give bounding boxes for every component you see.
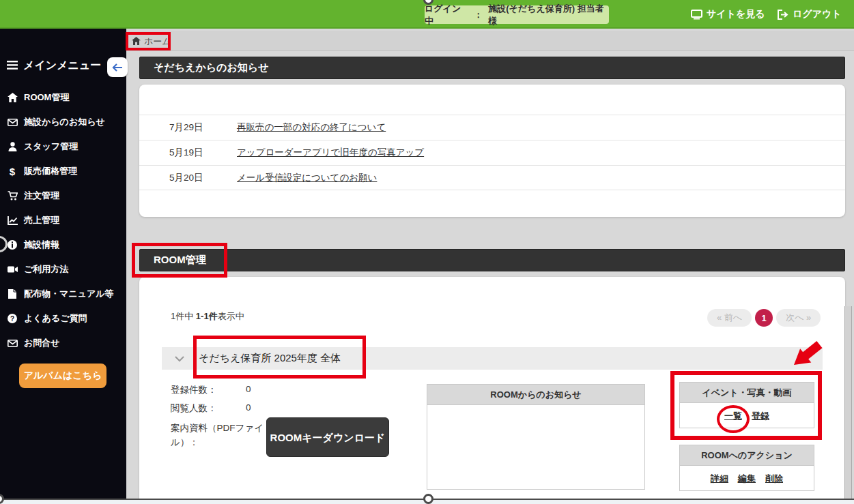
sidebar-item-haifubutsu-manual[interactable]: 配布物・マニュアル等 — [0, 282, 126, 306]
breadcrumb-home-label: ホーム — [144, 35, 171, 48]
home-icon — [132, 37, 141, 47]
room-notice-box-title: ROOMからのお知らせ — [427, 385, 644, 405]
result-count: 1件中 1-1件表示中 — [171, 310, 244, 323]
logout-button[interactable]: ログアウト — [777, 0, 842, 29]
mail-icon — [7, 119, 18, 126]
person-icon — [7, 142, 18, 151]
news-link[interactable]: メール受信設定についてのお願い — [237, 172, 377, 184]
sidebar-item-label: 注文管理 — [24, 190, 59, 202]
news-list: 7月29日 再販売の一部の対応の終了について 5月19日 アップローダーアプリで… — [139, 115, 845, 190]
room-detail-link[interactable]: 詳細 — [711, 473, 728, 485]
pagination-next-button[interactable]: 次へ » — [776, 309, 821, 327]
event-photo-video-box: イベント・写真・動画 一覧 登録 — [679, 382, 814, 428]
action-box-links: 詳細 編集 削除 — [680, 466, 814, 491]
sidebar-menu: ROOM管理 施設からのお知らせ スタッフ管理 $ 販売価格管理 注文管理 売上… — [0, 85, 126, 355]
stat-value-registered: 0 — [246, 384, 251, 394]
album-button[interactable]: アルバムはこちら — [19, 364, 106, 388]
room-panel-title: ROOM管理 — [139, 249, 845, 271]
main-menu-title: メインメニュー — [23, 59, 101, 73]
sidebar-item-label: よくあるご質問 — [24, 312, 87, 325]
svg-text:?: ? — [10, 315, 14, 323]
logout-icon — [777, 10, 788, 20]
sidebar-item-label: 施設からのお知らせ — [24, 116, 105, 128]
event-box-title: イベント・写真・動画 — [680, 383, 814, 403]
sidebar-item-label: ご利用方法 — [24, 263, 68, 276]
event-box-links: 一覧 登録 — [680, 403, 814, 428]
sidebar-item-label: ROOM管理 — [24, 91, 69, 104]
room-accordion-header[interactable]: そだちえ保育所 2025年度 全体 — [162, 347, 823, 370]
sidebar-collapse-button[interactable] — [107, 57, 128, 77]
sidebar-item-label: お問合せ — [24, 337, 60, 349]
pagination-page-1[interactable]: 1 — [755, 309, 773, 327]
action-box-title: ROOMへのアクション — [680, 445, 814, 466]
sidebar-item-label: 販売価格管理 — [24, 165, 77, 177]
crop-handle-bottom — [423, 494, 433, 504]
news-date: 5月20日 — [169, 172, 237, 184]
event-register-link[interactable]: 登録 — [752, 410, 769, 422]
stat-label-registered: 登録件数： — [171, 384, 217, 396]
sidebar-item-shisetsu-oshirase[interactable]: 施設からのお知らせ — [0, 110, 126, 134]
news-panel-title: そだちえからのお知らせ — [139, 57, 845, 79]
pagination-prev-button[interactable]: « 前へ — [707, 309, 752, 327]
room-panel-title-label: ROOM管理 — [154, 254, 206, 267]
cart-icon — [7, 191, 18, 201]
breadcrumb-home[interactable]: ホーム — [130, 34, 177, 49]
question-icon: ? — [7, 314, 18, 323]
news-row: 7月29日 再販売の一部の対応の終了について — [139, 115, 845, 140]
sidebar-item-faq[interactable]: ? よくあるご質問 — [0, 306, 126, 331]
sidebar-item-label: スタッフ管理 — [24, 140, 78, 153]
sidebar-item-label: 配布物・マニュアル等 — [24, 288, 114, 300]
sidebar-item-shisetsu-joho[interactable]: 施設情報 — [0, 233, 126, 257]
stat-value-viewers: 0 — [246, 402, 251, 413]
sidebar-item-staff-kanri[interactable]: スタッフ管理 — [0, 134, 126, 159]
chart-icon — [7, 216, 18, 225]
vertical-scrollbar[interactable] — [844, 306, 852, 499]
sidebar-item-label: 売上管理 — [24, 214, 59, 226]
breadcrumb-bar: ホーム — [126, 31, 854, 51]
sidebar-item-hanbai-kakaku[interactable]: $ 販売価格管理 — [0, 159, 126, 183]
chevron-down-icon — [174, 355, 185, 363]
event-list-link[interactable]: 一覧 — [724, 410, 742, 422]
sidebar-item-otoiawase[interactable]: お問合せ — [0, 331, 126, 355]
pdf-file-label: 案内資料（PDFファイル）： — [171, 421, 266, 450]
room-key-download-button[interactable]: ROOMキーダウンロード — [266, 417, 389, 457]
room-action-box: ROOMへのアクション 詳細 編集 削除 — [679, 445, 814, 491]
main-menu-header: メインメニュー — [7, 59, 101, 73]
pagination: « 前へ 1 次へ » — [707, 309, 821, 327]
room-name: そだちえ保育所 2025年度 全体 — [199, 352, 341, 365]
info-icon — [7, 240, 18, 250]
mail-icon — [7, 340, 18, 347]
login-status-pill: ログイン中 ： 施設(そだちえ保育所) 担当者様 — [425, 5, 609, 24]
room-delete-link[interactable]: 削除 — [765, 473, 783, 485]
news-panel: 7月29日 再販売の一部の対応の終了について 5月19日 アップローダーアプリで… — [139, 85, 845, 217]
hamburger-icon — [7, 60, 18, 72]
room-edit-link[interactable]: 編集 — [738, 473, 756, 485]
arrow-left-icon — [112, 63, 123, 72]
sidebar-item-chumon-kanri[interactable]: 注文管理 — [0, 183, 126, 208]
view-site-label: サイトを見る — [707, 8, 765, 20]
news-date: 7月29日 — [169, 121, 237, 134]
stat-label-viewers: 閲覧人数： — [171, 402, 217, 415]
document-icon — [7, 289, 18, 299]
news-date: 5月19日 — [169, 147, 237, 159]
dollar-icon: $ — [7, 166, 18, 177]
news-panel-title-label: そだちえからのお知らせ — [154, 61, 269, 74]
sidebar-item-room-kanri[interactable]: ROOM管理 — [0, 85, 126, 110]
monitor-icon — [691, 10, 702, 20]
room-notice-box: ROOMからのお知らせ — [427, 384, 645, 490]
news-link[interactable]: アップローダーアプリで旧年度の写真アップ — [237, 147, 424, 159]
login-status-label: ログイン中 — [425, 3, 468, 27]
logout-label: ログアウト — [793, 8, 842, 20]
video-icon — [7, 266, 18, 273]
news-row: 5月19日 アップローダーアプリで旧年度の写真アップ — [139, 140, 845, 165]
login-user-name: 施設(そだちえ保育所) 担当者様 — [488, 3, 609, 27]
news-link[interactable]: 再販売の一部の対応の終了について — [237, 121, 386, 134]
sidebar-item-label: 施設情報 — [24, 239, 59, 251]
sidebar-item-uriage-kanri[interactable]: 売上管理 — [0, 208, 126, 233]
login-separator: ： — [474, 9, 483, 21]
home-icon — [7, 93, 18, 102]
sidebar: メインメニュー ROOM管理 施設からのお知らせ スタッフ管理 $ 販売価格管理 — [0, 29, 126, 499]
view-site-button[interactable]: サイトを見る — [691, 0, 765, 29]
app-window: ログイン中 ： 施設(そだちえ保育所) 担当者様 サイトを見る ログアウト メイ… — [0, 0, 854, 504]
sidebar-item-goriyo-hoho[interactable]: ご利用方法 — [0, 257, 126, 282]
